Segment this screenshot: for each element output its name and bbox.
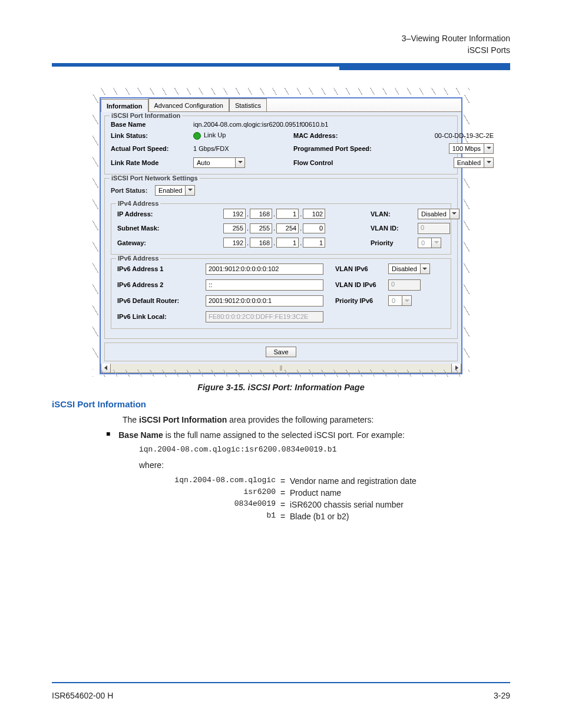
chevron-down-icon bbox=[449, 209, 459, 219]
scroll-left-button[interactable] bbox=[101, 364, 111, 373]
select-priority-ipv6: 0 bbox=[388, 295, 412, 306]
tab-advanced-config[interactable]: Advanced Configuration bbox=[148, 98, 229, 111]
value-mac: 00-C0-DD-19-3C-2E bbox=[394, 132, 494, 139]
value-link-status: Link Up bbox=[193, 131, 293, 140]
label-ipv6-link-local: IPv6 Link Local: bbox=[117, 313, 206, 320]
select-link-rate[interactable]: Auto bbox=[193, 157, 245, 168]
chevron-down-icon bbox=[185, 186, 194, 195]
chevron-down-icon bbox=[431, 238, 441, 248]
select-flow-control[interactable]: Enabled bbox=[454, 157, 494, 168]
input-ipv6-default-router[interactable] bbox=[206, 295, 323, 307]
code-example: iqn.2004-08.com.qlogic:isr6200.0834e0019… bbox=[139, 444, 510, 456]
legend-net-settings: iSCSI Port Network Settings bbox=[110, 174, 200, 182]
label-gateway: Gateway: bbox=[117, 239, 223, 246]
legend-ipv4: IPv4 Address bbox=[116, 200, 160, 207]
label-link-rate: Link Rate Mode bbox=[111, 159, 193, 166]
label-base-name: Base Name bbox=[111, 121, 193, 128]
input-ipv6-link-local bbox=[206, 311, 323, 322]
label-link-status: Link Status: bbox=[111, 132, 193, 139]
label-vlan-id-ipv6: VLAN ID IPv6 bbox=[335, 281, 388, 288]
tab-information[interactable]: Information bbox=[101, 99, 148, 112]
group-ipv6: IPv6 Address IPv6 Address 1 VLAN IPv6 Di… bbox=[111, 258, 451, 329]
label-vlan-id: VLAN ID: bbox=[371, 225, 418, 232]
led-link-up-icon bbox=[193, 132, 201, 140]
chevron-down-icon bbox=[235, 158, 244, 167]
bullet-base-name: Base Name is the full name assigned to t… bbox=[106, 429, 510, 441]
input-vlan-id: 0 bbox=[418, 223, 450, 234]
label-actual-speed: Actual Port Speed: bbox=[111, 145, 193, 152]
section-heading: iSCSI Port Information bbox=[52, 399, 510, 409]
scroll-right-button[interactable] bbox=[451, 364, 461, 373]
label-ipv6-default-router: IPv6 Default Router: bbox=[117, 297, 206, 304]
label-priority: Priority bbox=[371, 239, 418, 246]
label-subnet: Subnet Mask: bbox=[117, 225, 223, 232]
definition-list: iqn.2004-08.com.qlogic=Vendor name and r… bbox=[146, 475, 510, 523]
body-text: The iSCSI Port Information area provides… bbox=[123, 414, 510, 523]
figure-iscsi-port-info: Information Advanced Configuration Stati… bbox=[92, 88, 470, 377]
chevron-down-icon bbox=[484, 158, 493, 167]
input-ipv6-a2[interactable] bbox=[206, 279, 323, 291]
input-gateway[interactable]: . . . bbox=[223, 238, 371, 248]
input-subnet-mask[interactable]: . . . bbox=[223, 223, 371, 233]
label-flow-control: Flow Control bbox=[293, 159, 394, 166]
figure-caption: Figure 3-15. iSCSI Port: Information Pag… bbox=[52, 383, 510, 392]
select-vlan[interactable]: Disabled bbox=[418, 209, 459, 219]
footer-right: 3-29 bbox=[494, 691, 510, 700]
app-window: Information Advanced Configuration Stati… bbox=[100, 97, 462, 374]
value-actual-speed: 1 Gbps/FDX bbox=[193, 145, 293, 152]
header-accent-bar bbox=[339, 63, 510, 70]
label-priority-ipv6: Priority IPv6 bbox=[335, 297, 388, 304]
select-priority: 0 bbox=[418, 238, 441, 248]
horizontal-scrollbar[interactable] bbox=[101, 364, 461, 373]
label-vlan: VLAN: bbox=[371, 210, 418, 218]
footer-left: ISR654602-00 H bbox=[52, 691, 113, 700]
label-port-status: Port Status: bbox=[111, 187, 155, 194]
input-vlan-id-ipv6: 0 bbox=[388, 279, 421, 291]
page-header: 3–Viewing Router Information iSCSI Ports bbox=[52, 33, 510, 56]
chevron-down-icon bbox=[420, 264, 429, 274]
save-button[interactable]: Save bbox=[266, 347, 296, 357]
input-ipv6-a1[interactable] bbox=[206, 263, 323, 275]
label-mac: MAC Address: bbox=[293, 132, 394, 139]
select-prog-speed[interactable]: 100 Mbps bbox=[449, 143, 494, 154]
label-ipv6-a2: IPv6 Address 2 bbox=[117, 281, 206, 288]
legend-ipv6: IPv6 Address bbox=[116, 255, 160, 262]
label-ip-address: IP Address: bbox=[117, 210, 223, 218]
group-network-settings: iSCSI Port Network Settings Port Status:… bbox=[104, 178, 458, 339]
group-iscsi-port-info: iSCSI Port Information Base Name iqn.200… bbox=[104, 116, 458, 174]
label-vlan-ipv6: VLAN IPv6 bbox=[335, 265, 388, 272]
chevron-down-icon bbox=[402, 296, 411, 305]
page-footer: ISR654602-00 H 3-29 bbox=[52, 682, 510, 702]
header-line1: 3–Viewing Router Information bbox=[52, 33, 510, 45]
scroll-thumb[interactable] bbox=[280, 365, 282, 371]
select-vlan-ipv6[interactable]: Disabled bbox=[388, 263, 430, 274]
tab-bar: Information Advanced Configuration Stati… bbox=[101, 98, 461, 112]
value-base-name: iqn.2004-08.com.qlogic:isr6200.0951f0061… bbox=[193, 121, 494, 128]
label-prog-speed: Programmed Port Speed: bbox=[293, 145, 394, 152]
tab-statistics[interactable]: Statistics bbox=[229, 98, 267, 111]
label-ipv6-a1: IPv6 Address 1 bbox=[117, 265, 206, 272]
header-line2: iSCSI Ports bbox=[52, 45, 510, 57]
save-bar: Save bbox=[104, 342, 458, 361]
chevron-down-icon bbox=[484, 144, 493, 153]
input-ip-address[interactable]: . . . bbox=[223, 209, 371, 219]
legend-port-info: iSCSI Port Information bbox=[110, 112, 182, 119]
select-port-status[interactable]: Enabled bbox=[155, 185, 195, 196]
group-ipv4: IPv4 Address IP Address: . . . VLAN: bbox=[111, 203, 451, 255]
